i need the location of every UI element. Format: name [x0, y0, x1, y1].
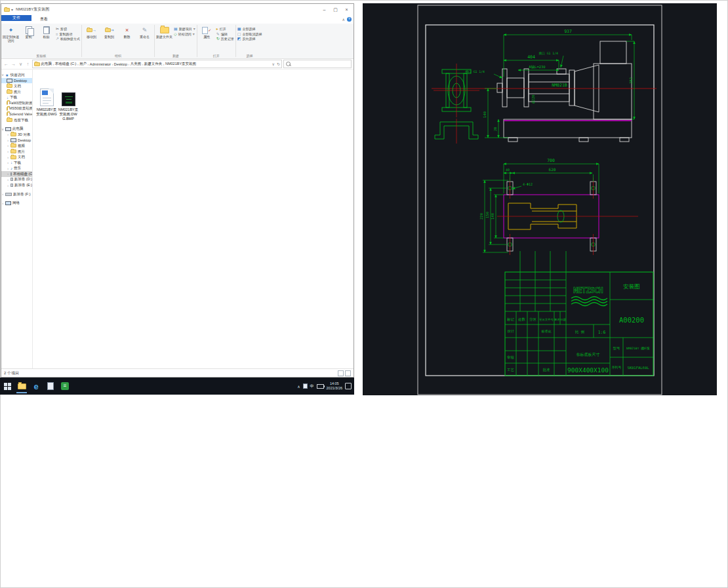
help-icon[interactable]: ? — [347, 17, 352, 22]
address-dropdown-icon[interactable]: ∨ — [272, 62, 275, 66]
close-button[interactable]: × — [341, 5, 352, 14]
open-icon: ▸ — [216, 27, 218, 31]
select-none-icon: ▢ — [237, 32, 241, 36]
move-to-button[interactable]: → 移动到 — [83, 25, 100, 39]
files-pane[interactable]: NM021BY泵安装图.DWG NM021BY泵安装图.DWG.BMP — [33, 69, 354, 368]
sidebar-item-pc-desktop[interactable]: ›Desktop — [1, 138, 32, 144]
tb-approve: 批准 — [543, 368, 551, 372]
taskbar-browser[interactable]: e — [29, 379, 43, 393]
dim-shaft: A轴L=230 — [529, 65, 545, 69]
minimize-button[interactable]: – — [319, 5, 330, 14]
sidebar-item-music[interactable]: ›♪音乐 — [1, 166, 32, 172]
cut-button[interactable]: ✂剪切 — [56, 27, 80, 31]
select-all-button[interactable]: ▦全部选择 — [237, 27, 262, 31]
edit-button[interactable]: ✎编辑 — [216, 32, 234, 36]
breadcrumb[interactable]: 此电脑› 本地磁盘 (C:)› 用户› Administrator› Deskt… — [32, 60, 282, 68]
taskbar-green-app[interactable]: ≡ — [58, 379, 72, 393]
breadcrumb-item[interactable]: 凡美图 — [131, 62, 142, 66]
sidebar-item-documents[interactable]: 文档 — [1, 83, 32, 89]
breadcrumb-item[interactable]: NM021BY泵安装图 — [165, 62, 196, 66]
back-icon[interactable]: ← — [3, 62, 9, 66]
file-bmp[interactable]: NM021BY泵安装图.DWG.BMP — [58, 84, 79, 121]
sidebar-item-solenoid-folder[interactable]: Solenoid Valve阀 — [1, 111, 32, 117]
breadcrumb-item[interactable]: 用户 — [79, 62, 87, 66]
collapse-ribbon-icon[interactable]: ∧ — [342, 17, 345, 22]
taskbar-file-explorer[interactable] — [14, 379, 29, 393]
sidebar-item-thunder-folder[interactable]: 迅雷下载 — [1, 117, 32, 123]
sidebar-item-desktop[interactable]: Desktop — [1, 78, 32, 84]
sidebar-item-pc-documents[interactable]: ›文档 — [1, 154, 32, 160]
sidebar-item-pictures[interactable]: 图片 — [1, 89, 32, 95]
action-center-icon[interactable] — [345, 383, 352, 389]
open-button[interactable]: ▸打开 — [216, 27, 234, 31]
copy-to-button[interactable]: ⇒ 复制到 — [101, 25, 117, 39]
refresh-icon[interactable]: ↻ — [277, 62, 280, 66]
sidebar-item-downloads[interactable]: ↓下载 — [1, 94, 32, 100]
sidebar-quick-access[interactable]: ∨★快速访问 — [1, 72, 32, 78]
forward-icon[interactable]: → — [10, 62, 16, 66]
details-view-icon[interactable] — [338, 370, 344, 376]
group-label-new: 新建 — [156, 53, 195, 58]
pin-to-quick-access-button[interactable]: ✦ 固定到快速访问 — [3, 25, 19, 43]
drive-icon — [5, 193, 12, 196]
sidebar-item-network[interactable]: ›网络 — [1, 200, 32, 206]
paste-button[interactable]: 粘贴 — [38, 25, 54, 39]
folder-icon — [7, 101, 8, 105]
dim-dia220: Ø220 — [531, 94, 535, 103]
sidebar-item-videos[interactable]: ›视频 — [1, 143, 32, 149]
invert-selection-button[interactable]: ◩反向选择 — [237, 37, 262, 41]
paste-shortcut-button[interactable]: ↗粘贴快捷方式 — [56, 37, 80, 41]
maximize-button[interactable]: ▢ — [330, 5, 341, 14]
battery-icon[interactable] — [317, 384, 324, 389]
copy-button[interactable]: 复制 — [20, 25, 37, 39]
breadcrumb-item[interactable]: 新建文件夹 — [144, 62, 163, 66]
tray-monitor-icon[interactable] — [303, 383, 308, 389]
start-button[interactable] — [0, 379, 14, 393]
sidebar-item-3d-objects[interactable]: ›3D 对象 — [1, 132, 32, 138]
breadcrumb-item[interactable]: Desktop — [114, 62, 127, 66]
delete-button[interactable]: × 删除 — [119, 25, 135, 39]
tb-rev-col-mark: 标记 — [506, 317, 515, 322]
sidebar-item-volume-f[interactable]: ›新加卷 (F:) — [1, 191, 32, 197]
dwg-file-icon — [40, 88, 54, 106]
large-icons-view-icon[interactable] — [345, 370, 351, 376]
tb-scale-label: 比 例 — [575, 330, 584, 334]
dim-plan-v140: 140 — [491, 213, 495, 220]
taskbar: e ≡ ∧ 中 14:05 2021/3/26 — [0, 378, 354, 395]
up-icon[interactable]: ↑ — [25, 62, 31, 66]
system-tray: ∧ 中 14:05 2021/3/26 — [297, 382, 354, 391]
new-folder-button[interactable]: 新建文件夹 — [156, 25, 172, 39]
new-item-button[interactable]: ▤新建项目 ▾ — [174, 27, 195, 31]
copy-path-button[interactable]: ⌗复制路径 — [56, 32, 80, 36]
rename-button[interactable]: ✎ 重命名 — [136, 25, 153, 39]
sidebar-item-volume-e[interactable]: ›新加卷 (E:) — [1, 182, 32, 188]
properties-button[interactable]: ✓ 属性 — [199, 25, 215, 39]
ime-indicator[interactable]: 中 — [310, 383, 314, 389]
select-none-button[interactable]: ▢全部取消选择 — [237, 32, 262, 36]
easy-access-button[interactable]: ◇轻松访问 ▾ — [174, 32, 195, 36]
search-input[interactable] — [283, 60, 352, 68]
sidebar-item-ms50-folder[interactable]: MS50双泵站图纸 — [1, 106, 32, 112]
breadcrumb-item[interactable]: 本地磁盘 (C:) — [55, 62, 77, 66]
tab-view[interactable]: 查看 — [35, 15, 52, 24]
history-button[interactable]: ↻历史记录 — [216, 37, 234, 41]
breadcrumb-item[interactable]: Administrator — [90, 62, 111, 66]
file-dwg[interactable]: NM021BY泵安装图.DWG — [36, 84, 57, 117]
tray-clock[interactable]: 14:05 2021/3/26 — [327, 382, 342, 391]
sidebar-this-pc[interactable]: ∨此电脑 — [1, 126, 32, 132]
recent-locations-icon[interactable]: ∨ — [18, 62, 24, 67]
sidebar-item-fam3-folder[interactable]: FaM3控制柜图纸 — [1, 100, 32, 106]
sidebar-item-pc-downloads[interactable]: ›↓下载 — [1, 160, 32, 166]
group-label-open: 打开 — [199, 53, 234, 58]
tab-file[interactable]: 文件 — [1, 15, 31, 21]
ribbon-group-clipboard: ✦ 固定到快速访问 复制 粘贴 ✂剪切 ⌗复制路径 ↗粘贴快捷方式 — [1, 24, 81, 58]
sidebar-item-local-disk-c[interactable]: ›本地磁盘 (C:) — [1, 171, 32, 177]
taskbar-document-app[interactable] — [43, 379, 58, 393]
quick-access-toolbar[interactable]: ▾ — [11, 7, 13, 12]
tray-chevron-icon[interactable]: ∧ — [297, 384, 300, 389]
qat-customize-icon[interactable]: ▾ — [11, 7, 13, 12]
title-bar[interactable]: ▾ NM021BY泵安装图 – ▢ × — [1, 4, 354, 15]
sidebar-item-volume-d[interactable]: ›新加卷 (D:) — [1, 177, 32, 183]
breadcrumb-item[interactable]: 此电脑 — [41, 62, 52, 66]
sidebar-item-pc-pictures[interactable]: ›图片 — [1, 149, 32, 155]
